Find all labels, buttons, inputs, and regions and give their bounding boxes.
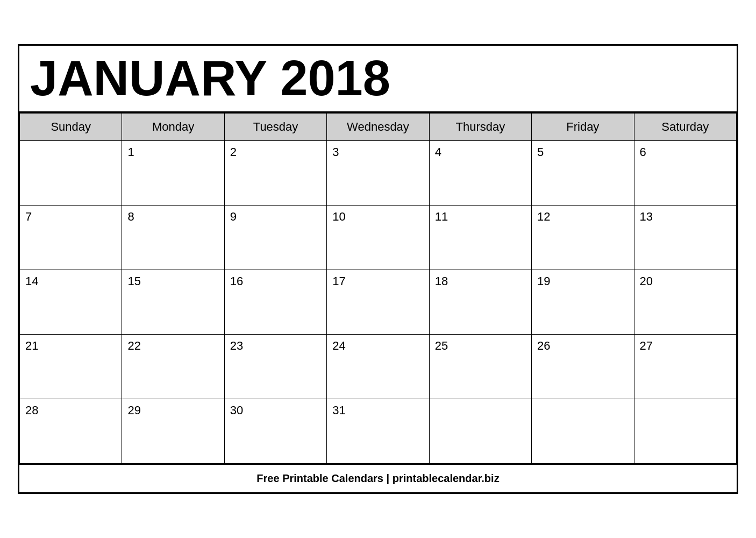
calendar-day-cell: 10 [327, 205, 429, 270]
calendar-day-cell: 24 [327, 334, 429, 399]
calendar-day-cell: 26 [532, 334, 634, 399]
calendar-week-row: 28293031 [20, 399, 737, 463]
calendar-container: JANUARY 2018 Sunday Monday Tuesday Wedne… [18, 44, 738, 493]
calendar-day-cell: 22 [122, 334, 224, 399]
footer-text: Free Printable Calendars | printablecale… [256, 472, 499, 484]
calendar-day-cell [634, 399, 736, 463]
header-friday: Friday [532, 113, 634, 140]
calendar-day-cell [20, 140, 122, 205]
calendar-day-cell: 8 [122, 205, 224, 270]
header-thursday: Thursday [429, 113, 531, 140]
calendar-day-cell [532, 399, 634, 463]
header-tuesday: Tuesday [224, 113, 326, 140]
calendar-day-cell: 7 [20, 205, 122, 270]
calendar-day-cell: 31 [327, 399, 429, 463]
calendar-day-cell [429, 399, 531, 463]
days-of-week-row: Sunday Monday Tuesday Wednesday Thursday… [20, 113, 737, 140]
header-monday: Monday [122, 113, 224, 140]
calendar-day-cell: 1 [122, 140, 224, 205]
calendar-day-cell: 25 [429, 334, 531, 399]
calendar-day-cell: 14 [20, 270, 122, 334]
calendar-day-cell: 12 [532, 205, 634, 270]
calendar-week-row: 21222324252627 [20, 334, 737, 399]
calendar-footer: Free Printable Calendars | printablecale… [19, 464, 737, 492]
calendar-day-cell: 6 [634, 140, 736, 205]
calendar-month-year: JANUARY 2018 [30, 51, 726, 105]
calendar-day-cell: 15 [122, 270, 224, 334]
calendar-day-cell: 13 [634, 205, 736, 270]
calendar-day-cell: 23 [224, 334, 326, 399]
calendar-day-cell: 18 [429, 270, 531, 334]
calendar-day-cell: 11 [429, 205, 531, 270]
calendar-title-section: JANUARY 2018 [19, 46, 737, 112]
calendar-day-cell: 4 [429, 140, 531, 205]
calendar-day-cell: 30 [224, 399, 326, 463]
calendar-day-cell: 27 [634, 334, 736, 399]
calendar-day-cell: 5 [532, 140, 634, 205]
calendar-day-cell: 21 [20, 334, 122, 399]
header-saturday: Saturday [634, 113, 736, 140]
calendar-day-cell: 29 [122, 399, 224, 463]
header-wednesday: Wednesday [327, 113, 429, 140]
calendar-day-cell: 9 [224, 205, 326, 270]
calendar-day-cell: 20 [634, 270, 736, 334]
calendar-grid: Sunday Monday Tuesday Wednesday Thursday… [19, 113, 737, 464]
calendar-day-cell: 19 [532, 270, 634, 334]
calendar-day-cell: 16 [224, 270, 326, 334]
calendar-week-row: 123456 [20, 140, 737, 205]
calendar-day-cell: 28 [20, 399, 122, 463]
calendar-week-row: 78910111213 [20, 205, 737, 270]
calendar-day-cell: 2 [224, 140, 326, 205]
calendar-day-cell: 17 [327, 270, 429, 334]
header-sunday: Sunday [20, 113, 122, 140]
calendar-day-cell: 3 [327, 140, 429, 205]
calendar-week-row: 14151617181920 [20, 270, 737, 334]
